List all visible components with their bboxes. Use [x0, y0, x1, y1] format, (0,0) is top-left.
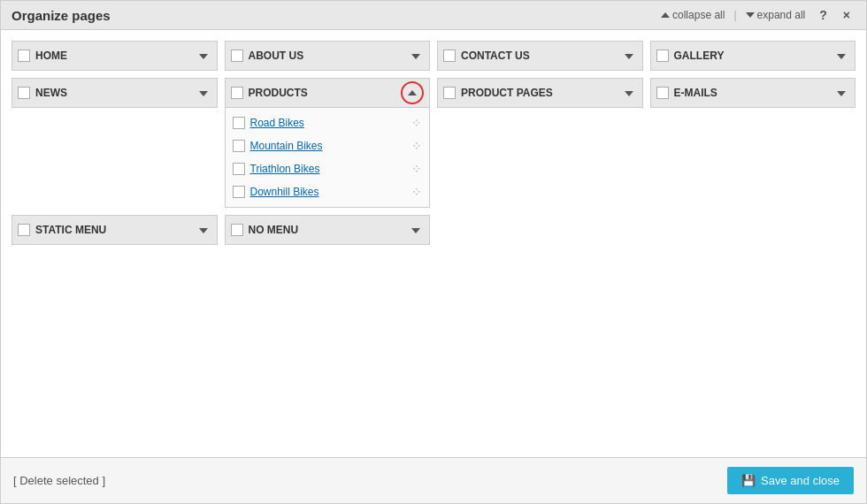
contact-us-dropdown-btn[interactable] [621, 49, 637, 63]
organize-pages-modal: Organize pages collapse all | expand all… [0, 0, 867, 504]
home-checkbox[interactable] [18, 50, 30, 62]
home-label: HOME [35, 50, 190, 62]
gallery-dropdown-btn[interactable] [833, 49, 849, 63]
contact-us-checkbox[interactable] [443, 50, 456, 62]
about-us-dropdown-btn[interactable] [408, 49, 424, 63]
contact-us-label: CONTACT US [461, 50, 616, 62]
no-menu-checkbox[interactable] [231, 224, 243, 236]
about-us-page-item: ABOUT US [225, 41, 431, 71]
close-button[interactable]: × [838, 6, 855, 24]
home-dropdown-icon [199, 54, 208, 59]
about-us-dropdown-icon [411, 54, 420, 59]
static-menu-label: STATIC MENU [35, 224, 190, 236]
mountain-bikes-checkbox[interactable] [233, 140, 245, 152]
save-close-button[interactable]: 💾 Save and close [727, 467, 854, 494]
header-controls: collapse all | expand all ? × [657, 6, 855, 24]
expand-icon [746, 12, 755, 18]
triathlon-bikes-checkbox[interactable] [233, 163, 245, 175]
mountain-bikes-label[interactable]: Mountain Bikes [250, 140, 407, 152]
empty-col-3 [437, 215, 643, 245]
products-row: PRODUCTS [225, 78, 431, 108]
products-toggle-btn[interactable] [401, 81, 424, 104]
list-item: Mountain Bikes ⁘ [226, 134, 430, 157]
products-label: PRODUCTS [249, 87, 396, 99]
collapse-icon [661, 12, 670, 18]
emails-row: E-MAILS [650, 78, 856, 108]
news-page-item: NEWS [12, 78, 218, 108]
no-menu-label: NO MENU [249, 224, 403, 236]
no-menu-dropdown-btn[interactable] [408, 223, 424, 237]
save-close-label: Save and close [761, 474, 840, 487]
modal-header: Organize pages collapse all | expand all… [1, 1, 866, 30]
road-bikes-drag-handle[interactable]: ⁘ [411, 116, 422, 130]
product-pages-checkbox[interactable] [443, 87, 456, 99]
static-menu-checkbox[interactable] [18, 224, 30, 236]
separator: | [733, 9, 736, 21]
list-item: Downhill Bikes ⁘ [226, 180, 430, 203]
news-dropdown-icon [199, 91, 208, 96]
gallery-label: GALLERY [674, 50, 829, 62]
news-row: NEWS [12, 78, 218, 108]
static-menu-dropdown-icon [199, 228, 208, 233]
news-checkbox[interactable] [18, 87, 30, 99]
no-menu-dropdown-icon [411, 228, 420, 233]
emails-dropdown-btn[interactable] [833, 86, 849, 100]
empty-col-4 [650, 215, 856, 245]
products-sub-items: Road Bikes ⁘ Mountain Bikes ⁘ Triathlon … [225, 108, 431, 208]
contact-us-page-item: CONTACT US [437, 41, 643, 71]
static-menu-row: STATIC MENU [12, 215, 218, 245]
home-dropdown-btn[interactable] [196, 49, 211, 63]
help-button[interactable]: ? [814, 6, 832, 24]
products-page-item: PRODUCTS Road Bikes ⁘ Mountain Bikes ⁘ [225, 78, 431, 208]
delete-selected-link[interactable]: [ Delete selected ] [13, 474, 105, 487]
gallery-dropdown-icon [837, 54, 846, 59]
modal-title: Organize pages [12, 8, 111, 23]
mountain-bikes-drag-handle[interactable]: ⁘ [411, 139, 422, 153]
home-page-item: HOME [12, 41, 218, 71]
pages-grid: HOME ABOUT US [12, 41, 855, 208]
modal-footer: [ Delete selected ] 💾 Save and close [1, 457, 866, 503]
downhill-bikes-drag-handle[interactable]: ⁘ [411, 185, 422, 199]
gallery-page-item: GALLERY [650, 41, 856, 71]
gallery-checkbox[interactable] [656, 50, 669, 62]
emails-dropdown-icon [837, 91, 846, 96]
save-icon: 💾 [741, 474, 756, 487]
road-bikes-label[interactable]: Road Bikes [250, 117, 407, 129]
product-pages-dropdown-icon [625, 91, 633, 96]
triathlon-bikes-label[interactable]: Triathlon Bikes [250, 163, 407, 175]
downhill-bikes-label[interactable]: Downhill Bikes [250, 186, 407, 198]
home-row: HOME [12, 41, 218, 71]
product-pages-label: PRODUCT PAGES [461, 87, 616, 99]
collapse-all-button[interactable]: collapse all [657, 7, 728, 23]
list-item: Triathlon Bikes ⁘ [226, 157, 430, 180]
downhill-bikes-checkbox[interactable] [233, 186, 245, 198]
product-pages-row: PRODUCT PAGES [437, 78, 643, 108]
contact-us-row: CONTACT US [437, 41, 643, 71]
about-us-label: ABOUT US [249, 50, 403, 62]
contact-us-dropdown-icon [625, 54, 633, 59]
gallery-row: GALLERY [650, 41, 856, 71]
products-checkbox[interactable] [231, 87, 243, 99]
static-menu-dropdown-btn[interactable] [196, 223, 211, 237]
about-us-checkbox[interactable] [231, 50, 243, 62]
products-toggle-icon [408, 90, 417, 95]
road-bikes-checkbox[interactable] [233, 117, 245, 129]
about-us-row: ABOUT US [225, 41, 431, 71]
static-menu-item: STATIC MENU [12, 215, 218, 245]
no-menu-item: NO MENU [225, 215, 431, 245]
emails-page-item: E-MAILS [650, 78, 856, 108]
news-label: NEWS [35, 87, 190, 99]
news-dropdown-btn[interactable] [196, 86, 211, 100]
product-pages-item: PRODUCT PAGES [437, 78, 643, 108]
modal-body: HOME ABOUT US [1, 30, 866, 457]
no-menu-row: NO MENU [225, 215, 431, 245]
expand-all-button[interactable]: expand all [742, 7, 809, 23]
list-item: Road Bikes ⁘ [226, 111, 430, 134]
product-pages-dropdown-btn[interactable] [621, 86, 637, 100]
triathlon-bikes-drag-handle[interactable]: ⁘ [411, 162, 422, 176]
emails-label: E-MAILS [674, 87, 829, 99]
emails-checkbox[interactable] [656, 87, 669, 99]
